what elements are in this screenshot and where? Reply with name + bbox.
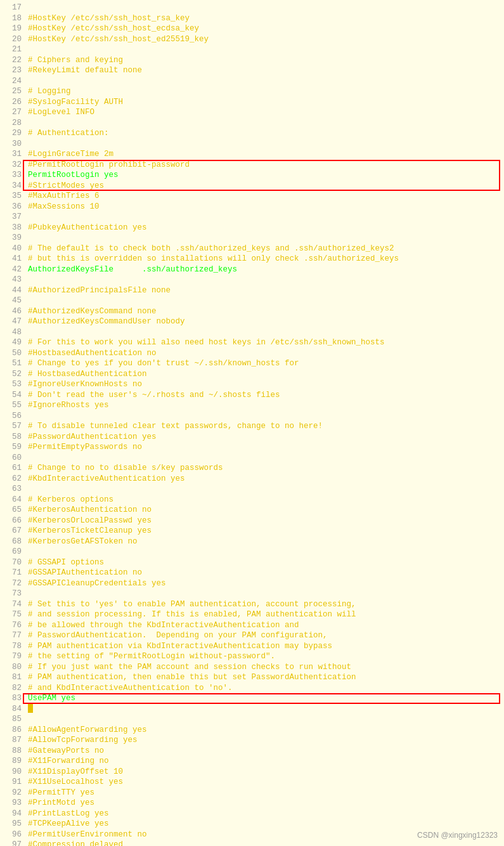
- line-content: #IgnoreRhosts yes: [28, 400, 109, 411]
- code-line: 71#GSSAPIAuthentication no: [0, 568, 504, 578]
- code-line: 84: [0, 704, 504, 715]
- line-number: 52: [4, 369, 22, 380]
- code-line: 26#SyslogFacility AUTH: [0, 97, 504, 108]
- line-number: 61: [4, 463, 22, 474]
- line-number: 92: [4, 788, 22, 798]
- code-line: 58#PasswordAuthentication yes: [0, 432, 504, 443]
- line-content: #Compression delayed: [28, 840, 123, 846]
- line-number: 85: [4, 714, 22, 725]
- line-content: AuthorizedKeysFile .ssh/authorized_keys: [28, 264, 237, 275]
- line-number: 82: [4, 683, 22, 694]
- code-line: 54# Don't read the user's ~/.rhosts and …: [0, 390, 504, 401]
- line-content: # and session processing. If this is ena…: [28, 609, 356, 620]
- line-number: 96: [4, 830, 22, 840]
- line-number: 84: [4, 704, 22, 715]
- line-content: # To disable tunneled clear text passwor…: [28, 421, 323, 432]
- line-content: #KerberosGetAFSToken no: [28, 537, 138, 547]
- line-content: #X11UseLocalhost yes: [28, 777, 123, 788]
- code-line: 59#PermitEmptyPasswords no: [0, 442, 504, 453]
- code-line: 68#KerberosGetAFSToken no: [0, 537, 504, 547]
- line-number: 87: [4, 735, 22, 746]
- line-content: #KbdInteractiveAuthentication yes: [28, 474, 185, 485]
- line-number: 35: [4, 191, 22, 202]
- line-number: 95: [4, 819, 22, 830]
- line-content: # For this to work you will also need ho…: [28, 337, 385, 348]
- line-content: #AuthorizedKeysCommandUser nobody: [28, 316, 185, 327]
- line-content: #LogLevel INFO: [28, 107, 94, 118]
- line-number: 68: [4, 537, 22, 547]
- line-number: 63: [4, 484, 22, 495]
- code-line: 57# To disable tunneled clear text passw…: [0, 421, 504, 432]
- code-line: 80# If you just want the PAM account and…: [0, 662, 504, 673]
- line-number: 97: [4, 840, 22, 846]
- code-line: 52# HostbasedAuthentication: [0, 369, 504, 380]
- code-line: 93#PrintMotd yes: [0, 798, 504, 809]
- code-line: 97#Compression delayed: [0, 840, 504, 846]
- line-number: 36: [4, 202, 22, 212]
- code-line: 81# PAM authentication, then enable this…: [0, 672, 504, 683]
- line-number: 19: [4, 23, 22, 34]
- line-content: #AllowAgentForwarding yes: [28, 725, 147, 736]
- line-content: #AuthorizedKeysCommand none: [28, 306, 157, 317]
- line-number: 94: [4, 809, 22, 819]
- line-number: 33: [4, 170, 22, 181]
- code-line: 45: [0, 296, 504, 306]
- line-content: # PAM authentication, then enable this b…: [28, 672, 356, 683]
- line-number: 29: [4, 128, 22, 139]
- code-line: 67#KerberosTicketCleanup yes: [0, 526, 504, 537]
- line-number: 77: [4, 630, 22, 641]
- line-content: #MaxSessions 10: [28, 202, 100, 212]
- code-line: 31#LoginGraceTime 2m: [0, 149, 504, 160]
- line-number: 26: [4, 97, 22, 108]
- line-number: 27: [4, 107, 22, 118]
- line-number: 75: [4, 609, 22, 620]
- line-content: #AllowTcpForwarding yes: [28, 735, 138, 746]
- line-number: 25: [4, 86, 22, 97]
- line-number: 88: [4, 746, 22, 757]
- line-number: 66: [4, 516, 22, 526]
- line-content: # Change to no to disable s/key password…: [28, 463, 223, 474]
- line-number: 74: [4, 599, 22, 610]
- line-content: # If you just want the PAM account and s…: [28, 662, 351, 673]
- code-line: 46#AuthorizedKeysCommand none: [0, 306, 504, 317]
- line-content: # Logging: [28, 86, 71, 97]
- code-line: 83UsePAM yes: [0, 693, 504, 704]
- line-number: 43: [4, 275, 22, 285]
- code-line: 43: [0, 275, 504, 285]
- line-content: #X11DisplayOffset 10: [28, 767, 123, 778]
- line-content: #MaxAuthTries 6: [28, 191, 100, 202]
- code-line: 61# Change to no to disable s/key passwo…: [0, 463, 504, 474]
- line-content: # but this is overridden so installation…: [28, 254, 399, 264]
- line-content: # the setting of "PermitRootLogin withou…: [28, 651, 275, 662]
- code-line: 85: [0, 714, 504, 725]
- line-number: 42: [4, 264, 22, 275]
- code-line: 39: [0, 233, 504, 244]
- line-content: #HostKey /etc/ssh/ssh_host_rsa_key: [28, 13, 190, 24]
- code-line: 74# Set this to 'yes' to enable PAM auth…: [0, 599, 504, 610]
- code-line: 22# Ciphers and keying: [0, 55, 504, 66]
- line-content: # PAM authentication via KbdInteractiveA…: [28, 641, 332, 652]
- line-content: #HostKey /etc/ssh/ssh_host_ecdsa_key: [28, 23, 199, 34]
- line-number: 23: [4, 65, 22, 76]
- line-number: 89: [4, 756, 22, 767]
- code-line: 66#KerberosOrLocalPasswd yes: [0, 516, 504, 526]
- code-line: 89#X11Forwarding no: [0, 756, 504, 767]
- line-number: 51: [4, 358, 22, 369]
- code-line: 72#GSSAPICleanupCredentials yes: [0, 578, 504, 589]
- code-line: 63: [0, 484, 504, 495]
- line-number: 60: [4, 453, 22, 464]
- code-line: 55#IgnoreRhosts yes: [0, 400, 504, 411]
- line-content: # HostbasedAuthentication: [28, 369, 147, 380]
- line-number: 59: [4, 442, 22, 453]
- line-number: 47: [4, 316, 22, 327]
- code-line: 50#HostbasedAuthentication no: [0, 348, 504, 359]
- line-number: 31: [4, 149, 22, 160]
- line-content: #StrictModes yes: [28, 181, 104, 192]
- line-number: 69: [4, 547, 22, 557]
- code-line: 65#KerberosAuthentication no: [0, 505, 504, 516]
- line-content: #GatewayPorts no: [28, 746, 104, 757]
- code-line: 30: [0, 139, 504, 150]
- code-line: 24: [0, 76, 504, 87]
- line-number: 70: [4, 557, 22, 568]
- line-number: 91: [4, 777, 22, 788]
